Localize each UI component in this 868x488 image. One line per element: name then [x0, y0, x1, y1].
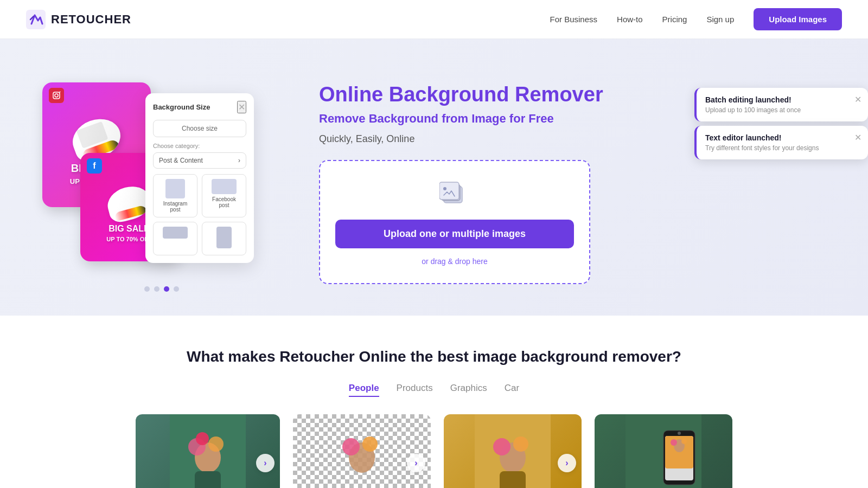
features-tabs: People Products Graphics Car — [26, 383, 842, 397]
svg-rect-0 — [26, 10, 46, 29]
bg-panel-close-button[interactable]: ✕ — [237, 101, 246, 113]
svg-point-30 — [671, 439, 677, 446]
feature-img-result1-svg — [475, 414, 551, 488]
bg-choose-size-button[interactable]: Choose size — [153, 120, 246, 137]
chevron-right-icon: › — [238, 157, 240, 164]
bg-panel-header: Background Size ✕ — [153, 101, 246, 113]
hero-illustration: BIG SALE UP TO 70% OFF f BIG SALE UP TO … — [26, 72, 297, 294]
notif-batch-subtitle: Upload up to 100 images at once — [705, 106, 846, 114]
svg-rect-7 — [439, 182, 459, 200]
bg-size-panel: Background Size ✕ Choose size Choose cat… — [145, 93, 254, 263]
feature-img-3-arrow-button[interactable]: › — [558, 454, 576, 472]
instagram-post-thumb — [165, 179, 185, 198]
svg-point-4 — [60, 92, 61, 93]
notif-text-subtitle: Try different font styles for your desig… — [705, 144, 846, 152]
feature-img-result2-svg — [626, 414, 701, 488]
logo-text: RETOUCHER — [51, 12, 131, 27]
upload-dropzone[interactable]: Upload one or multiple images or drag & … — [319, 160, 590, 284]
hero-cards: BIG SALE UP TO 70% OFF f BIG SALE UP TO … — [26, 72, 276, 278]
carousel-dots — [26, 278, 297, 294]
feature-img-removed-placeholder — [293, 414, 431, 488]
feature-img-original-placeholder — [136, 414, 280, 488]
nav-links: For Business How-to Pricing Sign up Uplo… — [550, 8, 843, 30]
upload-images-button[interactable]: Upload one or multiple images — [335, 220, 574, 248]
bg-size-instagram-post[interactable]: Instagram post — [153, 174, 197, 217]
svg-point-22 — [513, 436, 528, 452]
nav-upload-button[interactable]: Upload Images — [754, 8, 842, 30]
instagram-icon — [49, 88, 64, 103]
feature-img-1-arrow-button[interactable]: › — [256, 454, 275, 472]
logo-icon — [26, 10, 46, 29]
hero-section: BIG SALE UP TO 70% OFF f BIG SALE UP TO … — [0, 39, 868, 316]
bg-size-facebook-post[interactable]: Facebook post — [202, 174, 246, 217]
drag-drop-label: or drag & drop here — [422, 257, 487, 266]
carousel-dot-2[interactable] — [154, 286, 159, 292]
tab-people[interactable]: People — [349, 383, 379, 397]
nav-link-sign-up[interactable]: Sign up — [706, 15, 734, 24]
bg-size-option-3[interactable] — [153, 222, 197, 255]
features-images-grid: › › — [136, 414, 732, 488]
logo[interactable]: RETOUCHER — [26, 10, 131, 29]
notif-text-close-button[interactable]: ✕ — [854, 132, 861, 143]
facebook-icon: f — [87, 158, 102, 174]
svg-point-13 — [208, 436, 224, 452]
svg-point-14 — [196, 432, 209, 445]
svg-rect-1 — [49, 88, 64, 103]
nav-link-for-business[interactable]: For Business — [550, 15, 598, 24]
feature-image-original: › — [136, 414, 280, 488]
bg-size-option-4[interactable] — [202, 222, 246, 255]
notification-batch-editing: Batch editing launched! Upload up to 100… — [694, 88, 868, 121]
navbar: RETOUCHER For Business How-to Pricing Si… — [0, 0, 868, 39]
svg-point-18 — [362, 436, 378, 452]
carousel-dot-3[interactable] — [164, 286, 169, 292]
nav-link-how-to[interactable]: How-to — [617, 15, 643, 24]
notif-text-title: Text editor launched! — [705, 133, 846, 142]
nav-link-pricing[interactable]: Pricing — [662, 15, 687, 24]
upload-images-icon — [439, 181, 470, 208]
feature-img-result1-placeholder — [444, 414, 582, 488]
upload-icon-wrap — [438, 178, 471, 211]
svg-point-17 — [342, 438, 360, 455]
feature-img-removed-svg — [324, 414, 400, 488]
feature-image-removed: › — [293, 414, 431, 488]
size-option-4-thumb — [216, 227, 232, 248]
notification-text-editor: Text editor launched! Try different font… — [694, 126, 868, 159]
tab-graphics[interactable]: Graphics — [450, 383, 487, 397]
carousel-dot-4[interactable] — [174, 286, 179, 292]
svg-rect-23 — [500, 471, 526, 488]
size-option-3-thumb — [163, 227, 188, 239]
features-title: What makes Retoucher Online the best ima… — [26, 348, 842, 365]
feature-img-2-arrow-button[interactable]: › — [407, 454, 425, 472]
svg-rect-11 — [195, 471, 221, 488]
notifications-container: Batch editing launched! Upload up to 100… — [694, 88, 868, 159]
card2-sale-line1: BIG SALE — [108, 224, 150, 233]
notif-batch-title: Batch editing launched! — [705, 95, 846, 104]
feature-img-original-svg — [170, 414, 246, 488]
bg-category-value: Post & Content — [159, 157, 203, 164]
tab-car[interactable]: Car — [505, 383, 519, 397]
notif-batch-close-button[interactable]: ✕ — [854, 94, 861, 105]
tab-products[interactable]: Products — [397, 383, 433, 397]
facebook-post-thumb — [212, 179, 237, 194]
carousel-dot-1[interactable] — [144, 286, 150, 292]
features-section: What makes Retoucher Online the best ima… — [0, 316, 868, 488]
svg-point-27 — [678, 432, 681, 435]
bg-category-select[interactable]: Post & Content › — [153, 152, 246, 169]
svg-point-8 — [443, 187, 446, 190]
bg-panel-title: Background Size — [153, 103, 210, 111]
feature-image-result-1: › — [444, 414, 582, 488]
feature-img-result2-placeholder — [595, 414, 732, 488]
feature-image-result-2 — [595, 414, 732, 488]
facebook-post-label: Facebook post — [207, 196, 241, 208]
svg-point-31 — [681, 439, 687, 444]
bg-category-label: Choose category: — [153, 143, 246, 149]
bg-size-grid: Instagram post Facebook post — [153, 174, 246, 255]
svg-point-21 — [493, 438, 510, 455]
instagram-post-label: Instagram post — [158, 201, 193, 213]
